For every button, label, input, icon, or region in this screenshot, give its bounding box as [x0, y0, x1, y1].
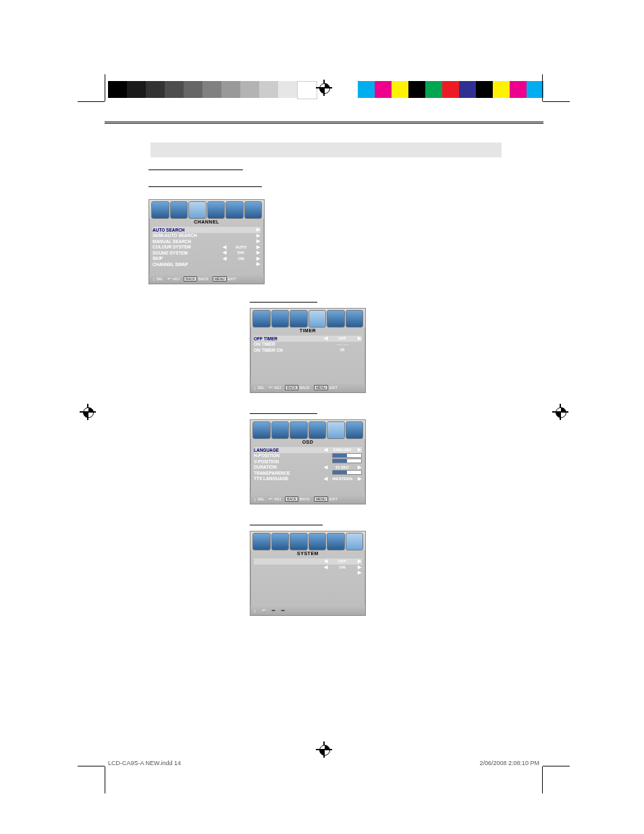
hint-text: EXIT	[228, 277, 236, 281]
menu-row-value: WESTERN	[328, 477, 356, 481]
key-label: MENU	[314, 385, 328, 390]
slider-value: 50	[366, 458, 371, 462]
arrow-right-icon: ▶	[356, 447, 362, 452]
timer-icon[interactable]	[308, 533, 327, 550]
menu-row[interactable]: SEMI-AUTO SEARCH▶	[153, 233, 261, 239]
arrow-right-icon: ▶	[255, 256, 261, 261]
osd-tab-icons	[149, 200, 264, 219]
hint-text: BACK	[300, 386, 310, 390]
menu-row-label: DURATION	[254, 465, 323, 469]
menu-row-value: D/K	[227, 251, 255, 255]
nav-symbol-icon: ↩	[269, 496, 273, 502]
sound-icon[interactable]	[170, 201, 188, 219]
slider-value: 50	[366, 469, 371, 473]
arrow-right-icon: ▶	[255, 227, 261, 232]
menu-row[interactable]: SKIP◀ON▶	[153, 256, 261, 262]
hint-text: ADJ	[274, 386, 281, 390]
arrow-right-icon: ▶	[255, 250, 261, 255]
menu-row[interactable]: LANGUAGE◀ENGLISH▶	[254, 447, 362, 453]
osd-tab-icons	[250, 420, 365, 439]
title-band	[151, 142, 502, 157]
registration-mark-icon	[554, 405, 567, 419]
arrow-right-icon: ▶	[356, 336, 362, 341]
menu-row[interactable]: ◀ON▶	[254, 565, 362, 571]
slider-value: 50	[366, 452, 371, 457]
menu-row-label: SEMI-AUTO SEARCH	[153, 233, 227, 238]
timer-icon[interactable]	[308, 421, 327, 439]
registration-mark-icon	[81, 405, 95, 419]
menu-row[interactable]: AUTO SEARCH▶	[153, 227, 261, 233]
hint-text: ADJ	[274, 497, 281, 501]
menu-row-label: SKIP	[153, 256, 221, 261]
menu-row[interactable]: ▶	[254, 570, 362, 576]
arrow-left-icon: ◀	[323, 447, 328, 452]
slider-bar[interactable]: 50	[332, 459, 362, 463]
menu-row[interactable]: DURATION◀15 SEC▶	[254, 465, 362, 471]
hint-text: BACK	[300, 497, 310, 501]
crop-mark	[78, 766, 105, 766]
channel-icon[interactable]	[290, 533, 308, 550]
menu-row-label: ON TIMER	[254, 342, 323, 346]
registration-mark-icon	[317, 81, 331, 95]
menu-row-label: MANUAL SEARCH	[153, 239, 227, 244]
menu-row-label: OFF TIMER	[254, 336, 323, 341]
arrow-right-icon: ▶	[356, 465, 362, 470]
osd-footer: ↕SEL↩ADJBACKBACKMENUEXIT	[250, 383, 365, 392]
osd-icon[interactable]	[327, 533, 345, 550]
picture-icon[interactable]	[252, 310, 271, 328]
menu-row[interactable]: H-POSITION50	[254, 453, 362, 459]
footer-hint: ↩ADJ	[167, 276, 180, 282]
hint-text: SEL	[157, 277, 163, 281]
menu-row[interactable]: CHANNEL SWAP▶	[153, 261, 261, 267]
footer-hint	[271, 610, 277, 611]
menu-row-label: TRANSPARENCE	[254, 471, 321, 475]
osd-footer: ↕SEL↩ADJBACKBACKMENUEXIT	[149, 274, 264, 284]
menu-row[interactable]: SOUND SYSTEM◀D/K▶	[153, 250, 261, 256]
menu-row[interactable]: TRANSPARENCE50	[254, 470, 362, 476]
arrow-left-icon: ◀	[323, 336, 328, 341]
timer-icon[interactable]	[308, 310, 327, 328]
menu-row[interactable]: ◀OFF▶	[254, 558, 362, 565]
system-icon[interactable]	[346, 421, 364, 439]
menu-row[interactable]: V-POSITION50	[254, 459, 362, 465]
osd-icon[interactable]	[327, 310, 345, 328]
osd-footer: ↕↩	[250, 606, 365, 615]
footer-hint: MENUEXIT	[213, 276, 236, 282]
system-icon[interactable]	[346, 533, 364, 550]
channel-icon[interactable]	[290, 421, 308, 439]
channel-icon[interactable]	[188, 201, 207, 219]
sound-icon[interactable]	[271, 310, 290, 328]
page-footer: LCD-CA9S-A NEW.indd 14 2/06/2008 2:08:10…	[108, 760, 539, 766]
hint-text: SEL	[258, 386, 265, 390]
menu-row-label: TTX LANGUAGE	[254, 476, 323, 481]
menu-row-label: COLOUR SYSTEM	[153, 244, 221, 249]
menu-row-value: AUTO	[227, 245, 255, 249]
system-icon[interactable]	[244, 201, 263, 219]
menu-row[interactable]: TTX LANGUAGE◀WESTERN▶	[254, 476, 362, 482]
osd-menu-timer: TIMER OFF TIMER◀OFF▶ON TIMER- - : - -ON …	[250, 308, 366, 393]
picture-icon[interactable]	[252, 533, 271, 550]
slider-bar[interactable]: 50	[332, 470, 362, 475]
sound-icon[interactable]	[271, 421, 290, 439]
key-label: MENU	[314, 496, 328, 502]
page-content: CHANNEL AUTO SEARCH▶SEMI-AUTO SEARCH▶MAN…	[105, 122, 543, 616]
menu-row-value: OFF	[328, 336, 356, 340]
slider-bar[interactable]: 50	[332, 453, 362, 458]
menu-row[interactable]: COLOUR SYSTEM◀AUTO▶	[153, 244, 261, 251]
osd-icon[interactable]	[225, 201, 244, 219]
picture-icon[interactable]	[151, 201, 169, 219]
menu-row[interactable]: MANUAL SEARCH▶	[153, 238, 261, 244]
picture-icon[interactable]	[252, 421, 271, 439]
nav-symbol-icon: ↩	[269, 385, 273, 390]
menu-row[interactable]: OFF TIMER◀OFF▶	[254, 336, 362, 342]
menu-row[interactable]: ON TIMER CH25	[254, 347, 362, 353]
timer-icon[interactable]	[207, 201, 225, 219]
grayscale-bar	[108, 81, 317, 98]
channel-icon[interactable]	[290, 310, 308, 328]
menu-row[interactable]: ON TIMER- - : - -	[254, 342, 362, 348]
osd-body: AUTO SEARCH▶SEMI-AUTO SEARCH▶MANUAL SEAR…	[149, 225, 264, 274]
sound-icon[interactable]	[271, 533, 290, 550]
osd-icon[interactable]	[327, 421, 345, 439]
system-icon[interactable]	[346, 310, 364, 328]
osd-body: ◀OFF▶◀ON▶▶	[250, 556, 365, 606]
